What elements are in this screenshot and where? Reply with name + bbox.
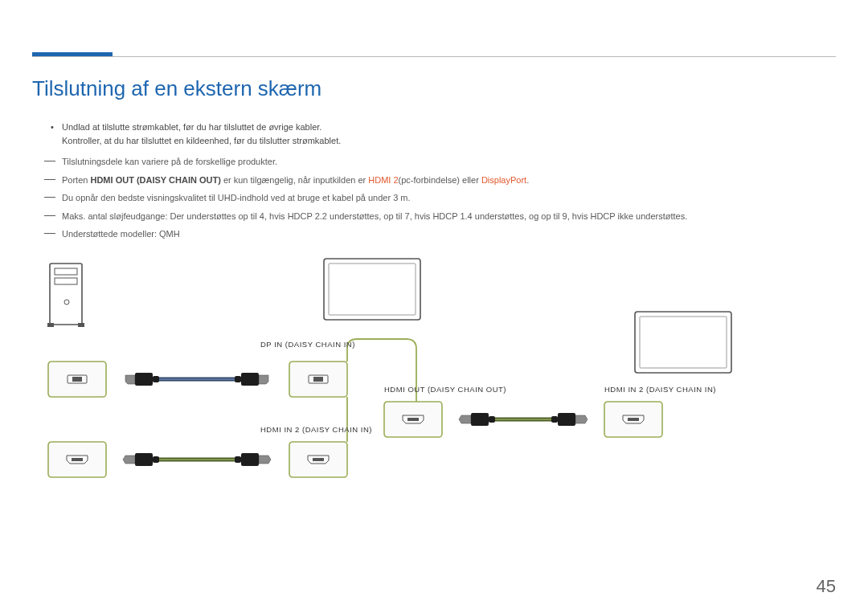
dash-list: Tilslutningsdele kan variere på de forsk… (44, 155, 836, 241)
dash-text: er kun tilgængelig, når inputkilden er (221, 175, 368, 185)
page: Tilslutning af en ekstern skærm Undlad a… (0, 0, 868, 613)
svg-rect-14 (324, 259, 420, 320)
page-number: 45 (817, 576, 836, 597)
dash-item: Tilslutningsdele kan variere på de forsk… (44, 155, 836, 169)
bullet-list: Undlad at tilslutte strømkablet, før du … (44, 121, 836, 147)
cable-dp (125, 373, 268, 386)
port-tile-pc-dp (48, 362, 106, 397)
dash-item: Maks. antal sløjfeudgange: Der understøt… (44, 210, 836, 223)
svg-rect-16 (635, 312, 731, 373)
label-hdmi-out: HDMI OUT (DAISY CHAIN OUT) (384, 385, 506, 394)
svg-point-11 (64, 300, 69, 304)
port-tile-m1-hdmi-out (384, 402, 442, 437)
header-rule (32, 56, 836, 57)
port-tile-m2-hdmi-in (604, 402, 662, 437)
port-tile-pc-hdmi (48, 442, 106, 477)
monitor-icon (635, 312, 731, 373)
dash-item: Understøttede modeller: QMH (44, 227, 836, 241)
page-title: Tilslutning af en ekstern skærm (32, 76, 321, 101)
dash-text: Porten (62, 175, 90, 185)
dash-text: Maks. antal sløjfeudgange: Der understøt… (62, 211, 687, 221)
connection-diagram: DP IN (DAISY CHAIN IN) HDMI IN 2 (DAISY … (0, 249, 868, 506)
dash-text: . (526, 175, 529, 185)
monitor-icon (324, 259, 420, 320)
bullet-text: Undlad at tilslutte strømkablet, før du … (62, 122, 321, 132)
dash-warn: HDMI 2 (368, 175, 398, 185)
label-hdmi-in2-left: HDMI IN 2 (DAISY CHAIN IN) (260, 425, 372, 434)
svg-rect-15 (329, 264, 416, 315)
label-hdmi-in2-right: HDMI IN 2 (DAISY CHAIN IN) (604, 385, 716, 394)
dash-text: Understøttede modeller: QMH (62, 229, 180, 239)
cable-hdmi-right (459, 413, 588, 426)
dash-strong: HDMI OUT (DAISY CHAIN OUT) (90, 175, 220, 185)
dash-text: Du opnår den bedste visningskvalitet til… (62, 193, 411, 202)
body-text: Undlad at tilslutte strømkablet, før du … (44, 121, 836, 246)
svg-rect-10 (55, 278, 77, 284)
label-dp-in: DP IN (DAISY CHAIN IN) (260, 340, 355, 349)
dash-text: Tilslutningsdele kan variere på de forsk… (62, 157, 277, 166)
dash-item: Du opnår den bedste visningskvalitet til… (44, 191, 836, 205)
svg-rect-17 (640, 317, 727, 368)
svg-rect-13 (78, 323, 84, 327)
dash-warn: DisplayPort (481, 175, 526, 185)
port-tile-m1-hdmi-in (289, 442, 347, 477)
svg-rect-12 (47, 323, 54, 327)
dash-item: Porten HDMI OUT (DAISY CHAIN OUT) er kun… (44, 174, 836, 187)
pc-tower-icon (47, 264, 84, 327)
bullet-text: Kontroller, at du har tilsluttet en kild… (62, 136, 341, 145)
svg-rect-9 (55, 268, 77, 275)
dash-text: (pc-forbindelse) eller (399, 175, 481, 185)
header-rule-accent (32, 52, 113, 56)
bullet-item: Undlad at tilslutte strømkablet, før du … (44, 121, 836, 147)
cable-hdmi-left (123, 453, 271, 466)
port-tile-m1-dp-in (289, 362, 347, 397)
